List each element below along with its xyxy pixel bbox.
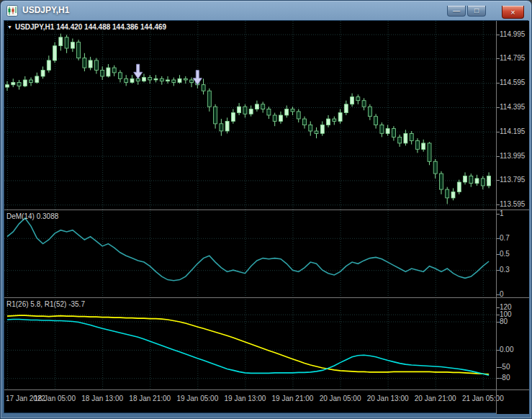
tick-mark [497, 367, 500, 368]
grid-layer [4, 21, 496, 389]
price-tick-label: 0.7 [500, 234, 510, 242]
time-axis-label: 19 Jan 05:00 [176, 395, 218, 402]
tick-mark [497, 180, 500, 181]
tick-mark [497, 214, 500, 215]
time-axis-label: 18 Jan 21:00 [129, 395, 171, 402]
time-axis-label: 20 Jan 21:00 [415, 395, 456, 402]
tick-mark [497, 156, 500, 157]
tick-mark [497, 315, 500, 315]
close-icon: × [510, 9, 515, 16]
tick-mark [497, 58, 500, 59]
time-axis-label: 21 Jan 05:00 [462, 395, 504, 402]
tick-mark [497, 294, 500, 295]
price-tick-label: 0.00 [500, 346, 513, 353]
chart-window: USDJPY,H1 — □ × 114.995114.795114.595114… [0, 0, 532, 419]
maximize-icon: □ [474, 7, 479, 14]
tick-mark [497, 378, 500, 379]
dem-line [7, 218, 489, 281]
time-axis-label: 19 Jan 13:00 [224, 395, 266, 402]
tick-mark [497, 350, 500, 351]
price-tick-label: 114.795 [500, 54, 525, 62]
price-scale-column[interactable]: 114.995114.795114.595114.395114.195113.9… [497, 21, 529, 414]
window-controls: — □ × [446, 6, 524, 19]
title-bar[interactable]: USDJPY,H1 — □ × [1, 1, 531, 20]
price-tick-label: -80 [500, 374, 510, 382]
time-axis[interactable]: 17 Jan 202218 Jan 05:0018 Jan 13:0018 Ja… [4, 391, 496, 414]
price-tick-label: -50 [500, 363, 510, 371]
tick-mark [497, 204, 500, 205]
R1-52-line [7, 320, 489, 376]
close-button[interactable]: × [502, 6, 524, 19]
price-tick-label: 114.395 [500, 103, 525, 111]
time-axis-label: 18 Jan 13:00 [81, 395, 123, 402]
panel-separator[interactable] [4, 297, 529, 298]
price-tick-label: 113.595 [500, 200, 525, 208]
price-tick-label: 0.5 [500, 250, 510, 258]
tick-mark [497, 307, 500, 308]
price-tick-label: 114.195 [500, 127, 525, 135]
minimize-button[interactable]: — [447, 6, 466, 17]
time-axis-label: 20 Jan 13:00 [367, 395, 409, 402]
tick-mark [497, 322, 500, 323]
tick-mark [497, 107, 500, 108]
r1-indicator-label: R1(26) 5.8, R1(52) -35.7 [6, 300, 85, 308]
tick-mark [497, 132, 500, 132]
ohlc-info-text: USDJPY,H1 144.420 144.488 144.386 144.46… [15, 23, 166, 31]
price-tick-label: 80 [500, 317, 508, 325]
scale-separator [496, 21, 497, 414]
price-tick-label: 114.595 [500, 78, 525, 86]
chart-canvas[interactable] [4, 21, 496, 389]
tick-mark [497, 35, 500, 35]
plot-area[interactable] [4, 21, 496, 389]
tick-mark [497, 254, 500, 255]
window-title: USDJPY,H1 [22, 1, 69, 19]
tick-mark [497, 238, 500, 239]
price-tick-label: 0 [500, 290, 504, 298]
panel-separator[interactable] [4, 210, 529, 210]
minimize-icon: — [453, 7, 460, 14]
price-tick-label: 1 [500, 210, 504, 217]
ohlc-info: ▼USDJPY,H1 144.420 144.488 144.386 144.4… [7, 23, 166, 31]
chart-client-area: 114.995114.795114.595114.395114.195113.9… [4, 20, 528, 413]
symbol-dropdown-icon[interactable]: ▼ [7, 24, 12, 30]
price-tick-label: 113.795 [500, 176, 525, 184]
tick-mark [497, 83, 500, 84]
price-tick-label: 114.995 [500, 30, 525, 38]
time-axis-label: 18 Jan 05:00 [34, 395, 76, 402]
time-axis-label: 19 Jan 21:00 [272, 395, 314, 402]
down-arrow-marker[interactable] [134, 64, 143, 78]
price-tick-label: 0.3 [500, 266, 510, 274]
dem-indicator-label: DeM(14) 0.3088 [6, 212, 58, 220]
maximize-button[interactable]: □ [467, 6, 486, 17]
price-tick-label: 113.995 [500, 152, 525, 160]
chart-window-icon [6, 5, 18, 17]
down-arrow-marker[interactable] [193, 71, 202, 85]
time-axis-label: 20 Jan 05:00 [320, 395, 361, 402]
panel-separator[interactable] [4, 389, 529, 390]
tick-mark [497, 270, 500, 271]
